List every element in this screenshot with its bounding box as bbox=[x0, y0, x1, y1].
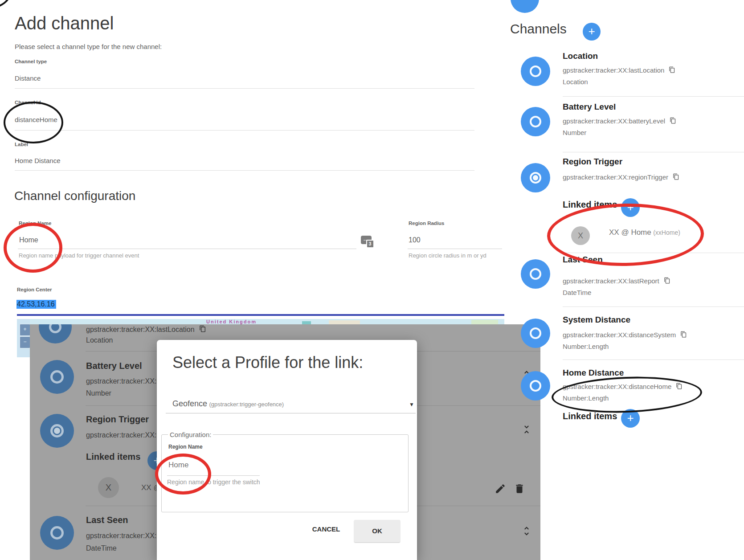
channel-title: Region Trigger bbox=[563, 157, 622, 167]
region-name-helper: Region name payload for trigger channel … bbox=[19, 252, 139, 259]
region-radius-input[interactable]: 100 bbox=[409, 236, 421, 244]
map-zoom-in-button[interactable]: + bbox=[20, 324, 30, 336]
ok-button[interactable]: OK bbox=[354, 520, 400, 542]
channel-type-dimmed: Location bbox=[86, 336, 113, 344]
region-center-focus-underline bbox=[17, 314, 504, 316]
channel-icon-region-trigger bbox=[521, 163, 550, 192]
channel-icon-system-distance bbox=[521, 319, 550, 348]
channel-id-input[interactable]: distanceHome bbox=[15, 116, 57, 123]
dialog-title: Select a Profile for the link: bbox=[172, 353, 363, 372]
channel-icon-battery-dimmed bbox=[40, 360, 74, 394]
channel-type-dimmed: Number bbox=[86, 389, 111, 397]
linked-items-header-dimmed: Linked items bbox=[86, 452, 140, 462]
dialog-region-name-label: Region Name bbox=[168, 444, 203, 450]
channel-icon-location-dimmed bbox=[39, 324, 72, 343]
add-linked-item-button[interactable]: + bbox=[621, 409, 640, 428]
region-name-input[interactable]: Home bbox=[19, 236, 38, 244]
cancel-button[interactable]: CANCEL bbox=[304, 519, 348, 539]
channel-title: Last Seen bbox=[563, 255, 603, 265]
channel-kind: Number:Length bbox=[563, 394, 609, 402]
channel-type-underline bbox=[15, 88, 474, 89]
channel-icon-battery bbox=[521, 107, 550, 136]
map-zoom-out-button[interactable]: − bbox=[20, 336, 30, 348]
channel-config-title: Channel configuration bbox=[14, 189, 135, 203]
linked-items-header: Linked items bbox=[563, 200, 617, 210]
form-filler-extension-icon[interactable]: ...3 bbox=[361, 236, 372, 244]
channel-id-underline bbox=[15, 130, 474, 131]
linked-item[interactable]: XX @ Home (xxHome) bbox=[609, 228, 680, 237]
profile-select-id: (gpstracker:trigger-geofence) bbox=[209, 401, 284, 408]
annotation-ellipse-region-name bbox=[4, 223, 62, 273]
channel-path: gpstracker:tracker:XX:batteryLevel bbox=[563, 117, 676, 125]
configuration-fieldset: Configuration: Region Name Home Region n… bbox=[161, 434, 409, 512]
channel-icon-lastseen-dimmed bbox=[40, 516, 74, 550]
channel-title-dimmed: Region Trigger bbox=[86, 414, 149, 425]
profile-select-value: Geofence bbox=[172, 399, 207, 408]
channel-title: System Distance bbox=[563, 315, 630, 325]
linked-item-id: (xxHome) bbox=[653, 229, 680, 236]
unfold-more-icon[interactable] bbox=[521, 525, 532, 537]
region-radius-underline bbox=[408, 249, 502, 249]
page-subtitle: Please select a channel type for the new… bbox=[15, 43, 162, 50]
channel-path: gpstracker:tracker:XX:regionTrigger bbox=[563, 173, 679, 181]
copy-icon[interactable] bbox=[669, 66, 675, 74]
channel-path: gpstracker:tracker:XX:distanceHome bbox=[563, 382, 683, 390]
copy-icon[interactable] bbox=[670, 117, 676, 124]
label-underline bbox=[15, 170, 474, 171]
channel-id-label: Channel id bbox=[15, 100, 41, 105]
region-radius-helper: Region circle radius in m or yd bbox=[409, 252, 486, 259]
channel-path-dimmed: gpstracker:tracker:XX:lastLocation bbox=[86, 325, 206, 334]
item-avatar: X bbox=[571, 226, 590, 245]
channel-title: Home Distance bbox=[563, 368, 624, 378]
dialog-region-name-input[interactable]: Home bbox=[168, 461, 188, 470]
channels-title: Channels bbox=[510, 21, 567, 37]
linked-item-name: XX @ Home bbox=[609, 228, 651, 237]
add-channel-button[interactable]: + bbox=[583, 23, 601, 41]
edit-icon[interactable] bbox=[495, 483, 506, 495]
channel-title-dimmed: Last Seen bbox=[86, 515, 128, 525]
delete-icon[interactable] bbox=[514, 483, 525, 495]
item-avatar-dimmed: X bbox=[98, 477, 119, 498]
channel-title-dimmed: Battery Level bbox=[86, 361, 142, 371]
channel-icon-trigger-dimmed bbox=[40, 414, 74, 448]
channel-path: gpstracker:tracker:XX:lastReport bbox=[563, 277, 670, 285]
selected-text: 42.53,16.16 bbox=[16, 300, 56, 309]
channel-icon-last-seen bbox=[521, 259, 550, 289]
region-name-underline bbox=[18, 249, 356, 249]
channel-path: gpstracker:tracker:XX:distanceSystem bbox=[563, 331, 687, 339]
region-center-label: Region Center bbox=[17, 287, 52, 292]
label-input[interactable]: Home Distance bbox=[15, 157, 61, 164]
channel-icon-location bbox=[521, 57, 550, 86]
copy-icon[interactable] bbox=[664, 277, 670, 284]
copy-icon[interactable] bbox=[673, 173, 679, 180]
channel-icon-home-distance bbox=[521, 371, 550, 401]
dropdown-caret-icon[interactable]: ▼ bbox=[409, 401, 414, 408]
region-center-input[interactable]: 42.53,16.16 bbox=[16, 300, 56, 308]
page-title: Add channel bbox=[15, 13, 114, 33]
channel-path: gpstracker:tracker:XX:lastLocation bbox=[563, 66, 675, 74]
configuration-legend: Configuration: bbox=[168, 431, 213, 438]
copy-icon[interactable] bbox=[199, 325, 206, 333]
region-name-label: Region Name bbox=[19, 221, 52, 226]
map-edge: + − bbox=[17, 319, 30, 357]
copy-icon[interactable] bbox=[680, 331, 687, 338]
screen: Add channel Please select a channel type… bbox=[0, 0, 744, 560]
label-label: Label bbox=[15, 142, 28, 147]
cut-off-button[interactable] bbox=[511, 0, 539, 13]
channel-kind: DateTime bbox=[563, 289, 591, 296]
unfold-less-icon[interactable] bbox=[521, 423, 532, 436]
map-country-label: United Kingdom bbox=[206, 319, 257, 324]
channel-title: Battery Level bbox=[563, 102, 616, 112]
add-linked-item-button[interactable]: + bbox=[621, 198, 640, 217]
channel-type-value[interactable]: Distance bbox=[15, 74, 41, 82]
profile-select[interactable]: Geofence (gpstracker:trigger-geofence) bbox=[172, 399, 284, 409]
channel-type-label: Channel type bbox=[15, 59, 47, 64]
select-profile-dialog: Select a Profile for the link: Geofence … bbox=[157, 340, 417, 560]
channel-type-dimmed: DateTime bbox=[86, 544, 117, 552]
dialog-region-name-helper: Region name to trigger the switch bbox=[167, 478, 260, 486]
annotation-arc-corner bbox=[0, 0, 12, 9]
channel-kind: Location bbox=[563, 78, 588, 86]
channel-title: Location bbox=[563, 51, 598, 61]
channel-kind: Number:Length bbox=[563, 343, 609, 350]
copy-icon[interactable] bbox=[676, 382, 683, 390]
